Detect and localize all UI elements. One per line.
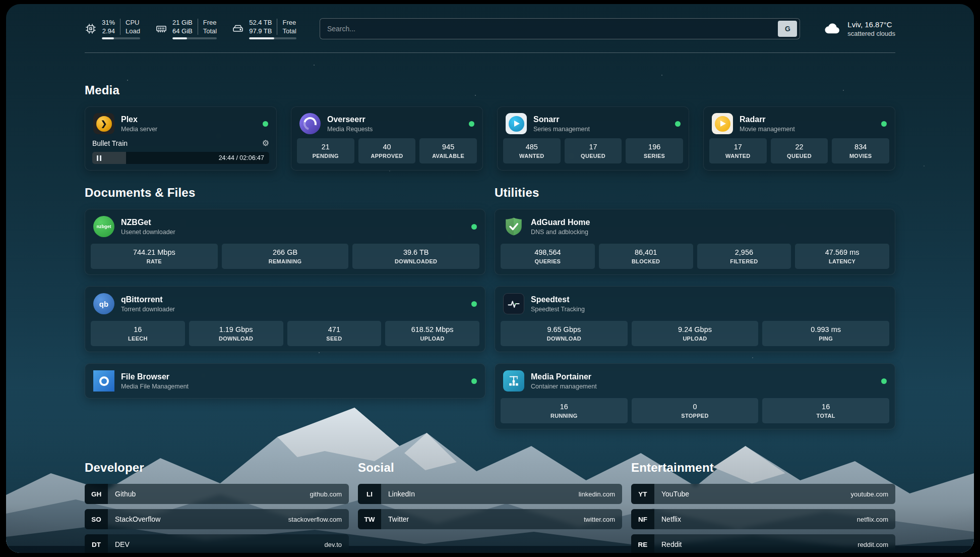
app-card-nzbget[interactable]: nzbget NZBGet Usenet downloader 744.21 M… bbox=[85, 209, 485, 275]
bookmark-abbr: YT bbox=[631, 484, 654, 504]
search-input[interactable] bbox=[327, 25, 778, 33]
stat-label: SERIES bbox=[644, 153, 665, 159]
settings-gear-icon[interactable]: ⚙ bbox=[262, 138, 269, 148]
app-name: Speedtest bbox=[531, 295, 585, 304]
app-card-qbittorrent[interactable]: qb qBittorrent Torrent downloader 16 LEE… bbox=[85, 286, 485, 352]
ram-free: 21 GiB bbox=[172, 19, 193, 26]
topbar-divider bbox=[85, 52, 895, 53]
bookmark-url: github.com bbox=[310, 490, 342, 498]
app-name: Radarr bbox=[740, 115, 795, 124]
app-stats: 17 WANTED 22 QUEUED 834 MOVIES bbox=[704, 138, 895, 169]
utilities-section-title: Utilities bbox=[495, 186, 895, 200]
now-playing-title: Bullet Train bbox=[92, 139, 262, 147]
stat-remaining: 266 GB REMAINING bbox=[222, 244, 349, 269]
plex-chevron-glyph: ❯ bbox=[101, 119, 107, 128]
stat-value: 22 bbox=[795, 143, 803, 151]
app-card-overseerr[interactable]: Overseerr Media Requests 21 PENDING 40 A… bbox=[291, 106, 483, 171]
ram-icon bbox=[155, 23, 167, 35]
bookmark-stackoverflow[interactable]: SO StackOverflow stackoverflow.com bbox=[85, 509, 349, 529]
cpu-labels: CPU Load bbox=[120, 19, 140, 35]
bookmark-twitter[interactable]: TW Twitter twitter.com bbox=[358, 509, 622, 529]
stat-value: 2,956 bbox=[735, 248, 753, 256]
ram-monitor: 21 GiB 64 GiB Free Total bbox=[155, 19, 217, 39]
stat-value: 485 bbox=[526, 143, 538, 151]
bookmark-dev[interactable]: DT DEV dev.to bbox=[85, 534, 349, 553]
app-name: AdGuard Home bbox=[531, 218, 590, 227]
status-online-dot bbox=[471, 224, 477, 230]
app-name: File Browser bbox=[121, 372, 189, 381]
weather-widget[interactable]: Lviv, 16.87°C scattered clouds bbox=[823, 20, 895, 37]
stat-label: WANTED bbox=[725, 153, 750, 159]
filebrowser-icon bbox=[93, 370, 114, 392]
cpu-label-1: CPU bbox=[126, 19, 140, 26]
stat-value: 86,401 bbox=[635, 248, 657, 256]
section-developer: Developer GH Github github.com SO StackO… bbox=[85, 461, 349, 553]
app-subtitle: Media File Management bbox=[121, 383, 189, 390]
app-card-radarr[interactable]: Radarr Movie management 17 WANTED 22 QUE… bbox=[703, 106, 895, 171]
top-bar: 31% 2.94 CPU Load bbox=[85, 18, 895, 39]
section-social: Social LI LinkedIn linkedin.com TW Twitt… bbox=[358, 461, 622, 553]
app-card-plex[interactable]: ❯ Plex Media server Bullet Train ⚙ bbox=[85, 106, 277, 171]
cpu-monitor: 31% 2.94 CPU Load bbox=[85, 19, 140, 39]
stat-label: BLOCKED bbox=[632, 258, 660, 264]
stat-upload: 618.52 Mbps UPLOAD bbox=[385, 321, 479, 346]
search-engine-button[interactable]: G bbox=[778, 21, 797, 37]
cpu-icon bbox=[85, 23, 97, 35]
stat-download: 9.65 Gbps DOWNLOAD bbox=[501, 321, 628, 346]
stat-wanted: 485 WANTED bbox=[503, 138, 561, 163]
stat-label: DOWNLOAD bbox=[547, 336, 581, 342]
bookmark-netflix[interactable]: NF Netflix netflix.com bbox=[631, 509, 895, 529]
adguard-shield-icon bbox=[503, 216, 524, 237]
app-card-portainer[interactable]: Media Portainer Container management 16 … bbox=[495, 363, 895, 429]
stat-value: 834 bbox=[854, 143, 867, 151]
stat-value: 744.21 Mbps bbox=[133, 248, 175, 256]
stat-label: UPLOAD bbox=[683, 336, 707, 342]
app-card-adguard[interactable]: AdGuard Home DNS and adblocking 498,564 … bbox=[495, 209, 895, 275]
disk-label-2: Total bbox=[282, 27, 296, 35]
stat-downloaded: 39.6 TB DOWNLOADED bbox=[352, 244, 479, 269]
disk-progress-bar bbox=[249, 37, 296, 39]
stat-label: RUNNING bbox=[550, 413, 577, 419]
section-documents-files: Documents & Files nzbget NZBGet Usenet d… bbox=[85, 186, 485, 429]
stat-value: 39.6 TB bbox=[403, 248, 429, 256]
ram-progress-bar bbox=[172, 37, 217, 39]
bookmark-name: Twitter bbox=[388, 515, 409, 523]
stat-queued: 22 QUEUED bbox=[771, 138, 828, 163]
stat-ping: 0.993 ms PING bbox=[762, 321, 889, 346]
stat-label: PING bbox=[819, 336, 833, 342]
stat-movies: 834 MOVIES bbox=[832, 138, 889, 163]
app-subtitle: Series management bbox=[533, 126, 590, 133]
stat-label: SEED bbox=[326, 336, 342, 342]
status-online-dot bbox=[469, 121, 474, 127]
app-card-filebrowser[interactable]: File Browser Media File Management bbox=[85, 363, 485, 399]
entertainment-section-title: Entertainment bbox=[631, 461, 895, 475]
stat-label: REMAINING bbox=[269, 258, 302, 264]
stat-value: 618.52 Mbps bbox=[411, 325, 454, 333]
plex-now-playing: Bullet Train ⚙ 24:44 / 02:06:47 bbox=[85, 138, 276, 170]
plex-player-bar[interactable]: 24:44 / 02:06:47 bbox=[92, 152, 269, 164]
bookmark-reddit[interactable]: RE Reddit reddit.com bbox=[631, 534, 895, 553]
stat-value: 9.24 Gbps bbox=[678, 325, 712, 333]
bookmark-linkedin[interactable]: LI LinkedIn linkedin.com bbox=[358, 484, 622, 504]
app-card-speedtest[interactable]: Speedtest Speedtest Tracking 9.65 Gbps D… bbox=[495, 286, 895, 352]
pause-icon[interactable] bbox=[97, 155, 101, 161]
stat-value: 266 GB bbox=[273, 248, 297, 256]
status-online-dot bbox=[471, 378, 477, 384]
bookmark-abbr: SO bbox=[85, 509, 108, 529]
cpu-load: 2.94 bbox=[102, 27, 115, 35]
stat-value: 16 bbox=[560, 403, 568, 411]
radarr-icon bbox=[712, 113, 733, 134]
cpu-percent: 31% bbox=[102, 19, 115, 26]
bookmark-youtube[interactable]: YT YouTube youtube.com bbox=[631, 484, 895, 504]
dashboard-screen: 31% 2.94 CPU Load bbox=[6, 4, 974, 553]
stat-label: FILTERED bbox=[730, 258, 758, 264]
app-card-sonarr[interactable]: Sonarr Series management 485 WANTED 17 Q… bbox=[497, 106, 689, 171]
stat-label: APPROVED bbox=[371, 153, 403, 159]
section-utilities: Utilities bbox=[495, 186, 895, 429]
stat-value: 0 bbox=[693, 403, 697, 411]
stat-leech: 16 LEECH bbox=[91, 321, 185, 346]
bookmark-github[interactable]: GH Github github.com bbox=[85, 484, 349, 504]
stat-value: 21 bbox=[322, 143, 330, 151]
stat-label: STOPPED bbox=[681, 413, 708, 419]
disk-values: 52.4 TB 97.9 TB bbox=[249, 19, 277, 35]
